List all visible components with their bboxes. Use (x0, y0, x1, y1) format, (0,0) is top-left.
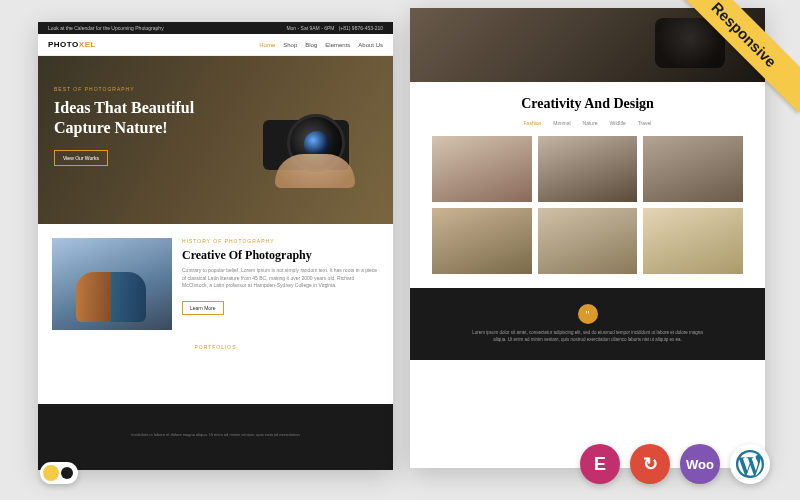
topbar-contact: Mon - Sat 9AM - 6PM (+81) 9876-453-210 (286, 25, 383, 31)
tab-fashion[interactable]: Fashion (524, 120, 542, 126)
nav-links: Home Shop Blog Elements About Us (259, 42, 383, 48)
portfolios-kicker: PORTFOLIOS (38, 344, 393, 350)
tab-nature[interactable]: Nature (583, 120, 598, 126)
gallery-tabs: Fashion Minimal Nature Wildlife Travel (432, 120, 743, 126)
nav-about[interactable]: About Us (358, 42, 383, 48)
elementor-icon: E (580, 444, 620, 484)
nav-shop[interactable]: Shop (283, 42, 297, 48)
main-navbar: PHOTOXEL Home Shop Blog Elements About U… (38, 34, 393, 56)
quote-icon: " (578, 304, 598, 324)
wordpress-icon (730, 444, 770, 484)
about-image (52, 238, 172, 330)
platform-badges: E ↻ Woo (580, 444, 770, 484)
theme-toggle-widget (40, 462, 78, 484)
gallery-item[interactable] (432, 136, 532, 202)
gallery-item[interactable] (432, 208, 532, 274)
gallery-item[interactable] (643, 208, 743, 274)
gallery-grid (432, 136, 743, 274)
nav-home[interactable]: Home (259, 42, 275, 48)
moon-icon (61, 467, 73, 479)
top-utility-bar: Look at the Calendar for the Upcoming Ph… (38, 22, 393, 34)
nav-blog[interactable]: Blog (305, 42, 317, 48)
testimonial-section: " Lorem ipsum dolor sit amet, consectetu… (410, 288, 765, 360)
tab-travel[interactable]: Travel (638, 120, 652, 126)
dark-footer-strip: incididunt ut labore et dolore magna ali… (38, 404, 393, 470)
hero-title: Ideas That Beautiful Capture Nature! (54, 98, 224, 138)
preview-panel-gallery: Creativity And Design Fashion Minimal Na… (410, 8, 765, 468)
testimonial-text: Lorem ipsum dolor sit amet, consectetur … (468, 330, 708, 344)
hero-section: BEST OF PHOTOGRAPHY Ideas That Beautiful… (38, 56, 393, 224)
gallery-section: Creativity And Design Fashion Minimal Na… (410, 82, 765, 284)
about-section: HISTORY OF PHOTOGRAPHY Creative Of Photo… (38, 224, 393, 340)
woocommerce-icon: Woo (680, 444, 720, 484)
gallery-item[interactable] (643, 136, 743, 202)
tab-minimal[interactable]: Minimal (553, 120, 570, 126)
tab-wildlife[interactable]: Wildlife (610, 120, 626, 126)
preview-panel-homepage: Look at the Calendar for the Upcoming Ph… (38, 22, 393, 470)
hero-kicker: BEST OF PHOTOGRAPHY (54, 86, 224, 92)
site-logo[interactable]: PHOTOXEL (48, 40, 96, 49)
gallery-title: Creativity And Design (432, 96, 743, 112)
refresh-icon: ↻ (630, 444, 670, 484)
gallery-item[interactable] (538, 136, 638, 202)
footer-placeholder-text: incididunt ut labore et dolore magna ali… (38, 404, 393, 438)
hero-cta-button[interactable]: View Our Works (54, 150, 108, 166)
about-kicker: HISTORY OF PHOTOGRAPHY (182, 238, 379, 244)
about-title: Creative Of Photography (182, 248, 379, 263)
hero-camera-image (245, 92, 375, 182)
about-body: Contrary to popular belief, Lorem Ipsum … (182, 267, 379, 290)
topbar-announcement: Look at the Calendar for the Upcoming Ph… (48, 25, 164, 31)
nav-elements[interactable]: Elements (325, 42, 350, 48)
gallery-item[interactable] (538, 208, 638, 274)
about-learn-more-button[interactable]: Learn More (182, 301, 224, 315)
light-dark-toggle[interactable] (40, 462, 78, 484)
